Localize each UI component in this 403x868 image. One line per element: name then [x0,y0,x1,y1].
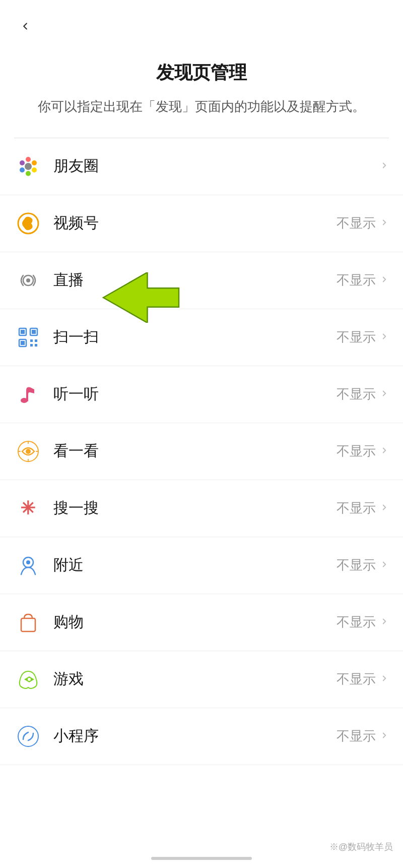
item-label-xiaochengxu: 小程序 [53,726,337,746]
item-status-tingyiting: 不显示 [337,385,376,403]
list-item-tingyiting[interactable]: 听一听不显示 [0,366,403,423]
svg-point-9 [26,278,30,282]
chevron-icon-youxi [380,673,389,686]
chevron-icon-kanyikan [380,445,389,458]
settings-list: 朋友圈 视频号不显示 直播不显示 扫一扫不显示 听一听不显示 [0,138,403,765]
shipinhao-icon [14,209,42,238]
list-item-shipinhao[interactable]: 视频号不显示 [0,195,403,252]
svg-point-2 [32,160,37,165]
svg-rect-16 [30,339,33,342]
item-label-tingyiting: 听一听 [53,384,337,404]
item-status-saoyisao: 不显示 [337,328,376,346]
svg-point-28 [18,726,38,746]
item-status-youxi: 不显示 [337,670,376,688]
svg-point-27 [28,678,31,681]
item-status-fujin: 不显示 [337,556,376,574]
svg-point-7 [25,163,32,170]
svg-point-22 [26,449,31,454]
item-label-kanyikan: 看一看 [53,441,337,461]
svg-point-6 [20,160,25,165]
list-item-kanyikan[interactable]: 看一看不显示 [0,423,403,480]
chevron-icon-tingyiting [380,388,389,401]
item-label-gouwu: 购物 [53,612,337,632]
list-item-pengyouquan[interactable]: 朋友圈 [0,138,403,195]
saoyisao-icon [14,323,42,352]
item-status-gouwu: 不显示 [337,613,376,631]
souyisou-icon: ✳ [14,494,42,523]
item-status-kanyikan: 不显示 [337,442,376,460]
fujin-icon [14,551,42,580]
svg-rect-17 [35,339,37,342]
chevron-icon-gouwu [380,616,389,629]
list-item-youxi[interactable]: 游戏不显示 [0,651,403,708]
page-title: 发现页管理 [20,61,383,85]
watermark: ※@数码牧羊员 [329,841,393,853]
svg-rect-18 [30,344,33,346]
chevron-icon-zhibo [380,274,389,287]
svg-text:✳: ✳ [20,498,35,518]
item-label-fujin: 附近 [53,555,337,575]
svg-point-4 [26,171,31,176]
chevron-icon-xiaochengxu [380,730,389,743]
svg-point-5 [20,167,25,172]
home-indicator [151,857,252,860]
item-label-shipinhao: 视频号 [53,213,337,234]
chevron-icon-pengyouquan [380,160,389,173]
item-label-youxi: 游戏 [53,669,337,689]
svg-rect-14 [32,330,36,334]
tingyiting-icon [14,380,42,409]
svg-rect-26 [21,618,35,631]
chevron-icon-fujin [380,559,389,572]
back-button[interactable] [14,15,36,37]
chevron-icon-shipinhao [380,217,389,230]
youxi-icon [14,665,42,693]
page-header: 发现页管理 你可以指定出现在「发现」页面内的功能以及提醒方式。 [0,0,403,138]
svg-rect-15 [21,341,25,345]
list-item-saoyisao[interactable]: 扫一扫不显示 [0,309,403,366]
list-item-fujin[interactable]: 附近不显示 [0,537,403,594]
item-label-souyisou: 搜一搜 [53,498,337,518]
item-status-souyisou: 不显示 [337,499,376,517]
list-item-zhibo[interactable]: 直播不显示 [0,252,403,309]
item-label-pengyouquan: 朋友圈 [53,156,376,177]
svg-point-25 [26,560,30,564]
item-status-xiaochengxu: 不显示 [337,727,376,745]
gouwu-icon [14,608,42,636]
item-label-zhibo: 直播 [53,270,337,291]
svg-point-20 [21,398,28,403]
chevron-icon-souyisou [380,502,389,515]
page-description: 你可以指定出现在「发现」页面内的功能以及提醒方式。 [20,96,383,118]
item-label-saoyisao: 扫一扫 [53,327,337,348]
svg-point-3 [32,167,37,172]
pengyouquan-icon [14,152,42,181]
svg-point-1 [26,157,31,162]
kanyikan-icon [14,437,42,466]
list-item-souyisou[interactable]: ✳ 搜一搜不显示 [0,480,403,537]
list-item-xiaochengxu[interactable]: 小程序不显示 [0,708,403,765]
item-status-shipinhao: 不显示 [337,214,376,232]
zhibo-icon [14,266,42,295]
svg-rect-19 [35,344,37,346]
item-status-zhibo: 不显示 [337,271,376,289]
chevron-icon-saoyisao [380,331,389,344]
list-item-gouwu[interactable]: 购物不显示 [0,594,403,651]
xiaochengxu-icon [14,722,42,750]
svg-rect-13 [21,330,25,334]
